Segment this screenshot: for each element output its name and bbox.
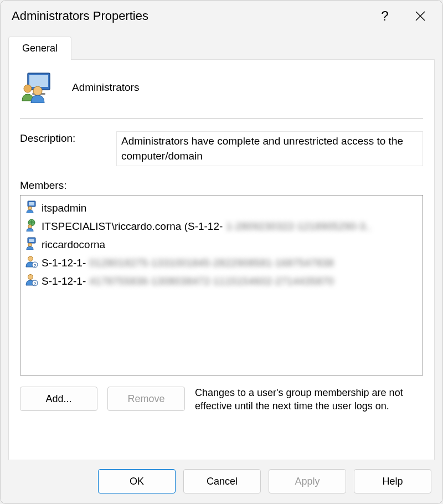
content-area: General Administrators Description: <box>1 30 442 460</box>
svg-rect-14 <box>29 239 34 242</box>
titlebar: Administrators Properties ? <box>1 1 442 30</box>
add-button[interactable]: Add... <box>20 387 97 411</box>
user-local-icon <box>25 200 38 216</box>
member-item[interactable]: itspadmin <box>23 199 420 217</box>
tabstrip: General <box>8 36 435 60</box>
members-list[interactable]: itspadminITSPECIALIST\riccardo.corna (S-… <box>20 195 423 376</box>
member-sid-redacted: 0128018275-1331001845-2822908581-1687547… <box>89 257 334 269</box>
description-field[interactable]: Administrators have complete and unrestr… <box>116 131 423 166</box>
ok-button[interactable]: OK <box>98 469 176 493</box>
member-display-name: riccardocorna <box>42 239 105 251</box>
svg-text:?: ? <box>34 263 37 268</box>
description-row: Description: Administrators have complet… <box>20 131 423 166</box>
member-item[interactable]: riccardocorna <box>23 235 420 254</box>
close-button[interactable] <box>410 6 430 26</box>
svg-rect-9 <box>29 202 34 205</box>
user-unknown-icon: ? <box>25 273 38 289</box>
member-sid-redacted: 4178755836-1308038472-1115154602-2714435… <box>89 275 334 287</box>
help-icon[interactable]: ? <box>375 6 395 26</box>
remove-button: Remove <box>107 387 185 411</box>
members-label: Members: <box>20 179 423 192</box>
user-domain-icon <box>25 218 38 234</box>
add-remove-row: Add... Remove Changes to a user's group … <box>20 387 423 413</box>
svg-rect-3 <box>29 75 48 87</box>
svg-point-12 <box>28 225 32 228</box>
close-icon <box>415 11 425 21</box>
member-display-name: S-1-12-1- <box>42 275 86 287</box>
member-display-name: S-1-12-1- <box>42 257 86 269</box>
member-item[interactable]: ?S-1-12-1-0128018275-1331001845-28229085… <box>23 254 420 272</box>
dialog-footer: OK Cancel Apply Help <box>1 460 442 503</box>
apply-button: Apply <box>269 469 346 493</box>
group-name: Administrators <box>72 81 139 94</box>
svg-point-16 <box>28 256 33 261</box>
user-local-icon <box>25 236 38 253</box>
user-unknown-icon: ? <box>25 255 38 271</box>
group-icon <box>20 72 55 103</box>
properties-dialog: Administrators Properties ? General <box>0 0 443 504</box>
tab-general[interactable]: General <box>8 37 71 60</box>
member-item[interactable]: ITSPECIALIST\riccardo.corna (S-1-12-1-28… <box>23 217 420 235</box>
svg-point-19 <box>28 275 33 280</box>
window-title: Administrators Properties <box>12 9 375 23</box>
member-display-name: itspadmin <box>42 202 86 214</box>
svg-point-6 <box>24 85 32 92</box>
member-display-name: ITSPECIALIST\riccardo.corna (S-1-12- <box>42 220 223 233</box>
title-actions: ? <box>375 6 435 26</box>
membership-note: Changes to a user's group membership are… <box>195 387 423 413</box>
divider <box>20 119 423 119</box>
help-button[interactable]: Help <box>354 469 431 493</box>
svg-text:?: ? <box>34 281 37 286</box>
svg-point-7 <box>33 86 42 95</box>
description-label: Description: <box>20 131 103 145</box>
svg-point-15 <box>28 243 32 246</box>
member-item[interactable]: ?S-1-12-1-4178755836-1308038472-11151546… <box>23 272 420 290</box>
cancel-button[interactable]: Cancel <box>183 469 261 493</box>
member-sid-redacted: 1-2809230322-1218905290-3.. <box>226 220 371 233</box>
svg-point-10 <box>28 207 32 210</box>
group-header: Administrators <box>20 72 423 114</box>
tab-panel-general: Administrators Description: Administrato… <box>8 60 435 460</box>
